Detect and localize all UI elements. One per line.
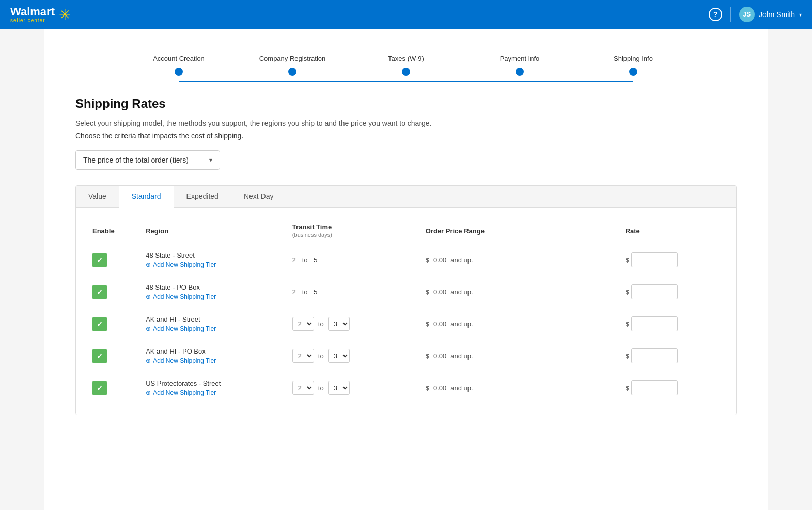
dollar-icon: $: [426, 256, 429, 264]
user-menu[interactable]: JS John Smith ▾: [739, 7, 802, 22]
enable-checkbox-container: ✓: [92, 285, 133, 299]
add-tier-link[interactable]: ⊕ Add New Shipping Tier: [146, 357, 280, 364]
enable-checkbox-container: ✓: [92, 349, 133, 363]
transit-from-select[interactable]: 2345: [292, 381, 314, 395]
page-title: Shipping Rates: [75, 97, 737, 111]
enable-checkbox[interactable]: ✓: [92, 253, 107, 267]
add-tier-link[interactable]: ⊕ Add New Shipping Tier: [146, 293, 280, 300]
transit-from-select[interactable]: 2345: [292, 317, 314, 331]
transit-to-value: 5: [314, 288, 317, 296]
transit-to-select[interactable]: 34567: [328, 317, 350, 331]
plus-circle-icon: ⊕: [146, 325, 151, 332]
rate-input-container: $: [626, 380, 720, 395]
region-name: 48 State - Street: [146, 251, 280, 259]
price-range: $ 0.00 and up.: [426, 288, 613, 296]
logo-spark-icon: ✳: [59, 6, 71, 23]
criteria-dropdown-value: The price of the total order (tiers): [83, 156, 189, 164]
region-name: AK and HI - Street: [146, 315, 280, 323]
step-label-payment: Payment Info: [500, 55, 540, 62]
enable-checkbox[interactable]: ✓: [92, 381, 107, 395]
dollar-icon: $: [426, 320, 429, 328]
rate-dollar-icon: $: [626, 288, 629, 296]
step-dot-account: [175, 68, 183, 76]
rate-input-container: $: [626, 348, 720, 363]
table-content: Enable Region Transit Time (business day…: [76, 208, 736, 415]
region-name: 48 State - PO Box: [146, 283, 280, 291]
add-tier-link[interactable]: ⊕ Add New Shipping Tier: [146, 325, 280, 332]
price-range: $ 0.00 and up.: [426, 352, 613, 360]
step-payment: Payment Info: [463, 55, 576, 76]
step-label-taxes: Taxes (W-9): [388, 55, 424, 62]
th-transit: Transit Time (business days): [286, 218, 419, 244]
transit-to-select[interactable]: 34567: [328, 349, 350, 363]
app-header: Walmart seller center ✳ ? JS John Smith …: [0, 0, 812, 29]
table-row: ✓ AK and HI - Street ⊕ Add New Shipping …: [86, 308, 726, 340]
tab-next-day[interactable]: Next Day: [231, 186, 286, 207]
step-line-4: [520, 81, 633, 82]
plus-circle-icon: ⊕: [146, 357, 151, 364]
chevron-down-icon: ▾: [209, 156, 212, 164]
step-shipping: Shipping Info: [576, 55, 690, 76]
enable-checkbox[interactable]: ✓: [92, 285, 107, 299]
progress-steps: Account Creation Company Registration Ta…: [122, 55, 690, 76]
dollar-icon: $: [426, 288, 429, 296]
transit-from-select[interactable]: 2345: [292, 349, 314, 363]
price-and-up: and up.: [450, 352, 473, 360]
th-enable: Enable: [86, 218, 139, 244]
transit-to-label: to: [318, 384, 324, 392]
add-tier-link[interactable]: ⊕ Add New Shipping Tier: [146, 261, 280, 268]
step-dot-company: [288, 68, 296, 76]
price-from-value: 0.00: [433, 320, 446, 328]
transit-to-select[interactable]: 34567: [328, 381, 350, 395]
rate-input-container: $: [626, 316, 720, 331]
rate-input-container: $: [626, 252, 720, 267]
shipping-table: Enable Region Transit Time (business day…: [86, 218, 726, 404]
price-from-value: 0.00: [433, 288, 446, 296]
step-line-1: [179, 81, 292, 82]
th-rate: Rate: [619, 218, 726, 244]
criteria-dropdown[interactable]: The price of the total order (tiers) ▾: [75, 150, 220, 170]
transit-to-value: 5: [314, 256, 317, 264]
price-range: $ 0.00 and up.: [426, 320, 613, 328]
help-button[interactable]: ?: [709, 8, 722, 21]
step-label-account: Account Creation: [153, 55, 205, 62]
transit-to-label: to: [318, 320, 324, 328]
tab-standard[interactable]: Standard: [119, 186, 174, 208]
tabs-header: Value Standard Expedited Next Day: [76, 186, 736, 208]
step-taxes: Taxes (W-9): [349, 55, 463, 76]
page-description: Select your shipping model, the methods …: [75, 119, 737, 128]
rate-input[interactable]: [631, 348, 678, 363]
dollar-icon: $: [426, 384, 429, 392]
th-region: Region: [139, 218, 286, 244]
region-name: US Protectorates - Street: [146, 379, 280, 387]
step-company-registration: Company Registration: [236, 55, 349, 76]
transit-time: 2 to 5: [292, 256, 413, 264]
main-content: Account Creation Company Registration Ta…: [44, 29, 768, 510]
plus-circle-icon: ⊕: [146, 293, 151, 300]
transit-to-label: to: [300, 288, 309, 296]
rate-input[interactable]: [631, 380, 678, 395]
dollar-icon: $: [426, 352, 429, 360]
price-from-value: 0.00: [433, 384, 446, 392]
rate-dollar-icon: $: [626, 320, 629, 328]
logo-container: Walmart seller center ✳: [10, 6, 71, 23]
add-tier-link[interactable]: ⊕ Add New Shipping Tier: [146, 389, 280, 396]
enable-checkbox[interactable]: ✓: [92, 317, 107, 331]
user-name: John Smith: [759, 10, 795, 19]
rate-input[interactable]: [631, 316, 678, 331]
price-and-up: and up.: [450, 384, 473, 392]
table-row: ✓ US Protectorates - Street ⊕ Add New Sh…: [86, 372, 726, 404]
tab-value[interactable]: Value: [76, 186, 119, 207]
rate-input[interactable]: [631, 252, 678, 267]
tab-expedited[interactable]: Expedited: [174, 186, 231, 207]
header-right: ? JS John Smith ▾: [709, 7, 802, 22]
enable-checkbox[interactable]: ✓: [92, 349, 107, 363]
rate-input[interactable]: [631, 284, 678, 299]
region-name: AK and HI - PO Box: [146, 347, 280, 355]
enable-checkbox-container: ✓: [92, 253, 133, 267]
table-row: ✓ 48 State - PO Box ⊕ Add New Shipping T…: [86, 276, 726, 308]
step-account-creation: Account Creation: [122, 55, 236, 76]
transit-time: 2345 to 34567: [292, 381, 413, 395]
transit-time: 2345 to 34567: [292, 317, 413, 331]
th-transit-sub: (business days): [292, 232, 332, 238]
